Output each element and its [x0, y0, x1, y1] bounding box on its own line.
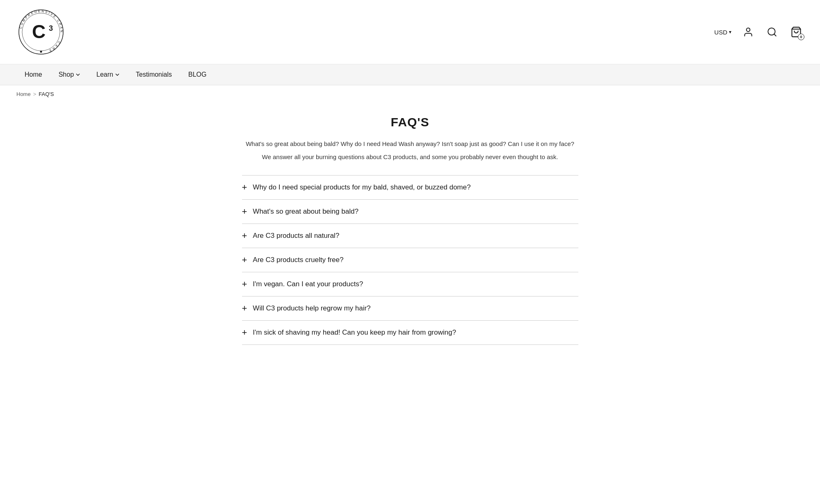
breadcrumb-current: FAQ'S — [39, 91, 54, 97]
faq-question-text: I'm sick of shaving my head! Can you kee… — [253, 328, 456, 337]
search-icon — [767, 27, 777, 37]
faq-expand-icon: + — [242, 304, 247, 313]
currency-chevron-icon: ▾ — [729, 29, 731, 35]
faq-question: +Will C3 products help regrow my hair? — [242, 304, 578, 313]
faq-expand-icon: + — [242, 183, 247, 192]
main-nav: Home Shop Learn Testimonials BLOG — [0, 64, 820, 85]
svg-point-7 — [747, 28, 750, 32]
faq-question: +What's so great about being bald? — [242, 207, 578, 216]
faq-question: +I'm sick of shaving my head! Can you ke… — [242, 328, 578, 337]
currency-selector[interactable]: USD ▾ — [714, 29, 731, 36]
faq-item[interactable]: +Are C3 products all natural? — [242, 224, 578, 248]
faq-item[interactable]: +What's so great about being bald? — [242, 200, 578, 224]
learn-chevron-icon — [115, 73, 119, 76]
breadcrumb: Home > FAQ'S — [0, 85, 820, 103]
faq-list: +Why do I need special products for my b… — [242, 175, 578, 345]
main-content: FAQ'S What's so great about being bald? … — [226, 103, 595, 369]
faq-item[interactable]: +Why do I need special products for my b… — [242, 175, 578, 200]
nav-item-testimonials: Testimonials — [128, 64, 180, 85]
faq-question: +Are C3 products cruelty free? — [242, 255, 578, 265]
faq-expand-icon: + — [242, 207, 247, 216]
nav-item-blog: BLOG — [180, 64, 215, 85]
currency-label: USD — [714, 29, 727, 36]
nav-home-label: Home — [25, 71, 42, 78]
cart-button-wrapper[interactable]: 0 — [789, 25, 804, 39]
nav-item-learn: Learn — [88, 64, 128, 85]
faq-expand-icon: + — [242, 255, 247, 265]
breadcrumb-separator: > — [33, 91, 37, 97]
nav-link-home[interactable]: Home — [16, 64, 50, 85]
logo[interactable]: COMPREHENSIVE CRANIUM CARE C 3 — [16, 7, 66, 57]
faq-expand-icon: + — [242, 280, 247, 289]
nav-list: Home Shop Learn Testimonials BLOG — [16, 64, 804, 85]
faq-expand-icon: + — [242, 328, 247, 337]
faq-item[interactable]: +I'm vegan. Can I eat your products? — [242, 272, 578, 296]
breadcrumb-home-link[interactable]: Home — [16, 91, 31, 97]
nav-link-blog[interactable]: BLOG — [180, 64, 215, 85]
svg-line-9 — [774, 34, 776, 36]
site-header: COMPREHENSIVE CRANIUM CARE C 3 USD ▾ — [0, 0, 820, 64]
svg-point-6 — [40, 51, 42, 53]
faq-question-text: I'm vegan. Can I eat your products? — [253, 280, 363, 288]
shop-chevron-icon — [76, 73, 80, 76]
nav-link-learn[interactable]: Learn — [88, 64, 128, 85]
page-title: FAQ'S — [242, 115, 578, 129]
nav-testimonials-label: Testimonials — [136, 71, 172, 78]
faq-question: +Are C3 products all natural? — [242, 231, 578, 240]
page-description: What's so great about being bald? Why do… — [242, 139, 578, 149]
nav-item-home: Home — [16, 64, 50, 85]
account-icon — [743, 27, 754, 37]
logo-circle: COMPREHENSIVE CRANIUM CARE C 3 — [16, 7, 66, 57]
cart-count: 0 — [798, 34, 804, 40]
faq-item[interactable]: +Are C3 products cruelty free? — [242, 248, 578, 272]
faq-question-text: Will C3 products help regrow my hair? — [253, 304, 370, 312]
nav-link-testimonials[interactable]: Testimonials — [128, 64, 180, 85]
search-button[interactable] — [765, 25, 779, 39]
nav-item-shop: Shop — [50, 64, 88, 85]
faq-expand-icon: + — [242, 231, 247, 240]
header-actions: USD ▾ 0 — [714, 25, 804, 39]
svg-text:CARE: CARE — [47, 41, 61, 53]
account-button[interactable] — [741, 25, 755, 39]
svg-text:3: 3 — [49, 24, 53, 32]
nav-blog-label: BLOG — [188, 71, 206, 78]
faq-question-text: What's so great about being bald? — [253, 208, 358, 216]
faq-item[interactable]: +I'm sick of shaving my head! Can you ke… — [242, 321, 578, 345]
faq-question-text: Are C3 products cruelty free? — [253, 256, 343, 264]
nav-shop-label: Shop — [59, 71, 74, 78]
nav-link-shop[interactable]: Shop — [50, 64, 88, 85]
faq-question-text: Are C3 products all natural? — [253, 232, 339, 240]
faq-question-text: Why do I need special products for my ba… — [253, 183, 471, 192]
svg-text:C: C — [32, 21, 46, 42]
faq-item[interactable]: +Will C3 products help regrow my hair? — [242, 296, 578, 321]
faq-question: +Why do I need special products for my b… — [242, 183, 578, 192]
page-subtitle: We answer all your burning questions abo… — [242, 152, 578, 162]
faq-question: +I'm vegan. Can I eat your products? — [242, 280, 578, 289]
nav-learn-label: Learn — [96, 71, 113, 78]
